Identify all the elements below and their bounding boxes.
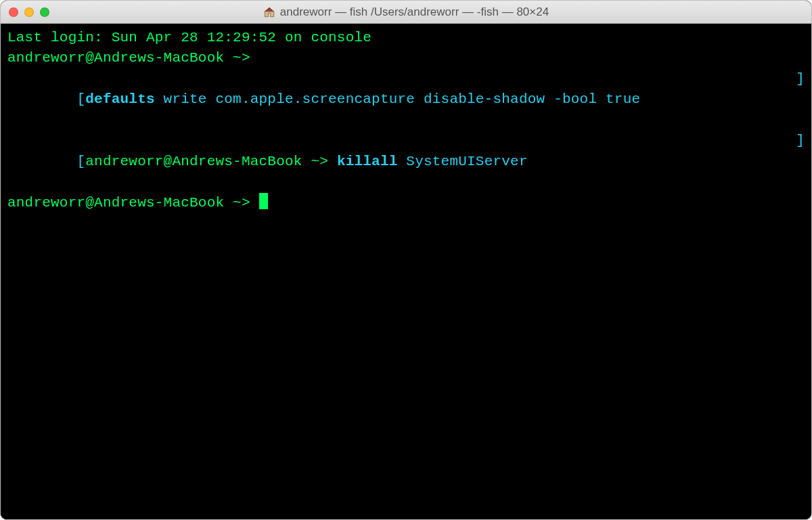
terminal-window: andreworr — fish /Users/andreworr — -fis…	[0, 0, 812, 520]
terminal-line: [andreworr@Andrews-MacBook ~> killall Sy…	[7, 131, 805, 192]
prompt-text: andreworr@Andrews-MacBook ~>	[7, 193, 259, 213]
bracket-right: ]	[796, 131, 805, 192]
window-title-text: andreworr — fish /Users/andreworr — -fis…	[280, 5, 549, 19]
traffic-lights	[9, 7, 49, 17]
terminal-line: Last login: Sun Apr 28 12:29:52 on conso…	[7, 28, 805, 48]
prompt-text: andreworr@Andrews-MacBook ~>	[85, 154, 337, 169]
command-args: SystemUIServer	[398, 154, 528, 169]
window-title: andreworr — fish /Users/andreworr — -fis…	[1, 5, 811, 19]
home-icon	[263, 6, 275, 18]
command-text: defaults	[85, 91, 155, 107]
minimize-button[interactable]	[24, 7, 34, 17]
terminal-line: [defaults write com.apple.screencapture …	[7, 69, 805, 131]
bracket-left: [	[77, 154, 86, 169]
command-args: write com.apple.screencapture disable-sh…	[155, 91, 640, 107]
terminal-line: andreworr@Andrews-MacBook ~>	[7, 193, 805, 213]
bracket-right: ]	[796, 69, 805, 131]
zoom-button[interactable]	[40, 7, 49, 17]
terminal-body[interactable]: Last login: Sun Apr 28 12:29:52 on conso…	[1, 24, 811, 519]
prompt-text: andreworr@Andrews-MacBook ~>	[7, 48, 250, 68]
cursor	[259, 193, 268, 209]
close-button[interactable]	[9, 7, 18, 17]
titlebar[interactable]: andreworr — fish /Users/andreworr — -fis…	[1, 1, 811, 24]
terminal-line: andreworr@Andrews-MacBook ~>	[7, 48, 805, 68]
bracket-left: [	[77, 91, 86, 107]
command-text: killall	[337, 154, 398, 169]
last-login-text: Last login: Sun Apr 28 12:29:52 on conso…	[7, 28, 371, 48]
